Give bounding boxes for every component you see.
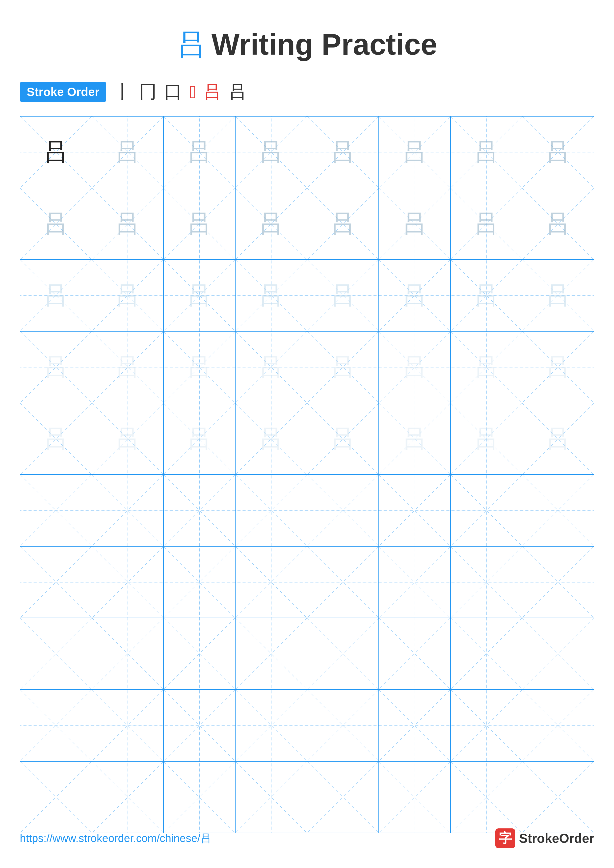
grid-cell[interactable]: 吕	[235, 188, 307, 260]
guide-char: 吕	[546, 426, 570, 451]
grid-cell[interactable]	[522, 618, 594, 690]
grid-cell[interactable]	[92, 761, 164, 833]
grid-cell[interactable]: 吕	[92, 188, 164, 260]
svg-line-119	[236, 618, 307, 689]
svg-line-111	[522, 547, 594, 618]
grid-cell[interactable]	[20, 690, 92, 761]
grid-cell[interactable]: 吕	[307, 331, 379, 403]
grid-cell[interactable]: 吕	[92, 260, 164, 331]
grid-cell[interactable]: 吕	[92, 331, 164, 403]
grid-cell[interactable]: 吕	[379, 188, 451, 260]
grid-cell[interactable]: 吕	[235, 260, 307, 331]
guide-char: 吕	[187, 211, 212, 236]
grid-cell[interactable]	[20, 474, 92, 546]
grid-cell[interactable]: 吕	[451, 188, 522, 260]
grid-cell[interactable]	[379, 474, 451, 546]
grid-cell[interactable]: 吕	[451, 403, 522, 475]
grid-cell[interactable]	[235, 690, 307, 761]
svg-line-108	[451, 547, 522, 618]
grid-cell[interactable]	[307, 546, 379, 618]
grid-cell[interactable]	[163, 546, 235, 618]
grid-cell[interactable]	[163, 474, 235, 546]
grid-cell[interactable]: 吕	[522, 260, 594, 331]
grid-cell[interactable]	[522, 546, 594, 618]
grid-cell[interactable]	[451, 618, 522, 690]
svg-line-139	[379, 690, 450, 761]
grid-cell[interactable]: 吕	[20, 403, 92, 475]
svg-line-124	[451, 618, 522, 689]
grid-cell[interactable]: 吕	[20, 331, 92, 403]
grid-cell[interactable]	[307, 690, 379, 761]
grid-cell[interactable]: 吕	[522, 331, 594, 403]
grid-cell[interactable]	[307, 618, 379, 690]
grid-cell[interactable]	[163, 761, 235, 833]
grid-cell[interactable]: 吕	[379, 260, 451, 331]
grid-cell[interactable]: 吕	[379, 116, 451, 188]
grid-cell[interactable]: 吕	[307, 403, 379, 475]
grid-cell[interactable]	[235, 474, 307, 546]
grid-cell[interactable]: 吕	[522, 116, 594, 188]
svg-line-143	[522, 690, 594, 761]
grid-cell[interactable]	[379, 690, 451, 761]
grid-cell[interactable]: 吕	[307, 260, 379, 331]
grid-cell[interactable]: 吕	[522, 403, 594, 475]
grid-cell[interactable]: 吕	[235, 331, 307, 403]
grid-cell[interactable]	[20, 618, 92, 690]
grid-cell[interactable]	[92, 474, 164, 546]
svg-line-122	[379, 618, 450, 689]
svg-line-87	[236, 475, 307, 546]
grid-cell[interactable]	[522, 474, 594, 546]
svg-line-155	[379, 762, 450, 833]
grid-cell[interactable]: 吕	[20, 188, 92, 260]
grid-cell[interactable]: 吕	[522, 188, 594, 260]
grid-cell[interactable]: 吕	[379, 403, 451, 475]
grid-cell[interactable]	[522, 690, 594, 761]
footer-url[interactable]: https://www.strokeorder.com/chinese/吕	[20, 831, 211, 846]
grid-cell[interactable]	[163, 618, 235, 690]
grid-cell[interactable]	[20, 546, 92, 618]
svg-line-129	[20, 690, 92, 761]
grid-cell[interactable]: 吕	[451, 260, 522, 331]
grid-cell[interactable]	[451, 690, 522, 761]
grid-cell[interactable]	[379, 761, 451, 833]
grid-cell[interactable]: 吕	[307, 116, 379, 188]
grid-cell[interactable]: 吕	[451, 116, 522, 188]
grid-cell[interactable]	[522, 761, 594, 833]
grid-cell[interactable]	[20, 761, 92, 833]
grid-cell[interactable]: 吕	[451, 331, 522, 403]
grid-cell[interactable]: 吕	[235, 403, 307, 475]
svg-line-98	[92, 547, 163, 618]
grid-cell[interactable]	[92, 546, 164, 618]
grid-cell[interactable]	[235, 618, 307, 690]
svg-line-100	[164, 547, 235, 618]
grid-cell[interactable]	[307, 761, 379, 833]
grid-cell[interactable]: 吕	[235, 116, 307, 188]
grid-cell[interactable]	[307, 474, 379, 546]
svg-line-146	[92, 762, 163, 833]
grid-cell[interactable]: 吕	[379, 331, 451, 403]
grid-cell[interactable]: 吕	[163, 403, 235, 475]
grid-cell[interactable]: 吕	[163, 260, 235, 331]
grid-cell[interactable]: 吕	[307, 188, 379, 260]
grid-cell[interactable]	[451, 546, 522, 618]
svg-line-85	[164, 475, 235, 546]
grid-cell[interactable]	[235, 546, 307, 618]
grid-cell[interactable]: 吕	[163, 116, 235, 188]
grid-cell[interactable]: 吕	[92, 116, 164, 188]
grid-cell[interactable]	[451, 761, 522, 833]
grid-cell[interactable]	[379, 618, 451, 690]
grid-cell[interactable]: 吕	[163, 331, 235, 403]
grid-cell[interactable]	[451, 474, 522, 546]
guide-char: 吕	[402, 283, 427, 308]
grid-cell[interactable]: 吕	[20, 116, 92, 188]
grid-cell[interactable]	[379, 546, 451, 618]
grid-cell[interactable]: 吕	[92, 403, 164, 475]
grid-cell[interactable]: 吕	[20, 260, 92, 331]
grid-cell[interactable]	[92, 618, 164, 690]
svg-line-141	[451, 690, 522, 761]
grid-cell[interactable]	[163, 690, 235, 761]
grid-cell[interactable]: 吕	[163, 188, 235, 260]
grid-cell[interactable]	[92, 690, 164, 761]
grid-cell[interactable]	[235, 761, 307, 833]
guide-char: 吕	[115, 426, 140, 451]
